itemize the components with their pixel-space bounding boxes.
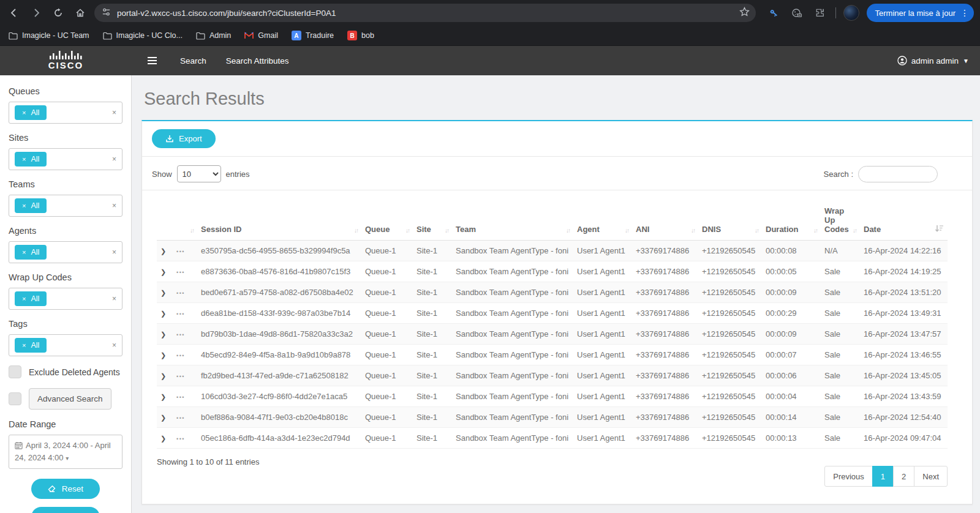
row-actions-icon[interactable]: ••• [176, 394, 185, 400]
extensions-puzzle-icon[interactable] [812, 5, 828, 21]
filter-multiselect[interactable]: ×All× [9, 102, 123, 124]
filter-chip[interactable]: ×All [15, 105, 47, 120]
home-icon[interactable] [72, 5, 88, 21]
sidebar-search-button[interactable]: Search [31, 507, 100, 513]
row-actions-icon[interactable]: ••• [176, 269, 185, 275]
hamburger-menu-icon[interactable] [144, 53, 160, 68]
row-actions-icon[interactable]: ••• [176, 311, 185, 317]
row-actions-icon[interactable]: ••• [176, 353, 185, 359]
expand-row-icon[interactable]: ❯ [160, 331, 166, 338]
password-key-icon[interactable] [766, 5, 782, 21]
exclude-deleted-agents-checkbox[interactable] [9, 365, 21, 378]
column-header-wrap-up-codes[interactable]: Wrap Up Codes↓↑ [821, 203, 860, 241]
sort-desc-icon[interactable] [935, 225, 944, 234]
expand-row-icon[interactable]: ❯ [160, 393, 166, 400]
filter-multiselect[interactable]: ×All× [9, 148, 123, 170]
column-header-duration[interactable]: Duration↓↑ [762, 203, 821, 241]
filter-clear-icon[interactable]: × [112, 294, 116, 303]
filter-multiselect[interactable]: ×All× [9, 288, 123, 310]
export-button[interactable]: Export [152, 129, 216, 148]
reload-icon[interactable] [50, 5, 66, 21]
reset-button[interactable]: Reset [31, 479, 100, 499]
pagination-next-button[interactable]: Next [914, 466, 948, 487]
row-actions-icon[interactable]: ••• [176, 436, 185, 442]
filter-multiselect[interactable]: ×All× [9, 241, 123, 263]
filter-clear-icon[interactable]: × [112, 155, 116, 163]
profile-avatar[interactable] [843, 5, 859, 21]
chip-remove-icon[interactable]: × [22, 249, 26, 256]
bookmark-star-icon[interactable] [739, 7, 750, 20]
filter-clear-icon[interactable]: × [112, 201, 116, 210]
pagination-page-2[interactable]: 2 [893, 466, 914, 487]
filter-clear-icon[interactable]: × [112, 341, 116, 350]
sort-both-icon[interactable]: ↓↑ [625, 227, 628, 234]
chip-remove-icon[interactable]: × [22, 295, 26, 302]
column-header-site[interactable]: Site↓↑ [413, 203, 452, 241]
bookmark-item[interactable]: Imagicle - UC Clo... [103, 31, 183, 40]
filter-multiselect[interactable]: ×All× [9, 334, 123, 356]
expand-row-icon[interactable]: ❯ [160, 414, 166, 421]
bookmark-item[interactable]: ATraduire [292, 31, 334, 40]
column-header-date[interactable]: Date [860, 203, 948, 241]
address-bar[interactable]: portal-v2.wxcc-us1.cisco.com/jbui/search… [94, 4, 756, 22]
advanced-search-button[interactable]: Advanced Search [29, 388, 111, 410]
chip-remove-icon[interactable]: × [22, 155, 26, 163]
row-actions-icon[interactable]: ••• [176, 249, 185, 255]
bookmark-item[interactable]: Bbob [347, 31, 374, 40]
filter-chip[interactable]: ×All [15, 152, 47, 167]
advanced-search-checkbox[interactable] [9, 392, 21, 405]
bookmark-item[interactable]: Gmail [244, 31, 278, 40]
bookmark-item[interactable]: Admin [196, 31, 231, 40]
sort-both-icon[interactable]: ↓↑ [405, 227, 409, 234]
chip-remove-icon[interactable]: × [22, 202, 26, 209]
sort-both-icon[interactable]: ↓↑ [566, 227, 570, 234]
filter-clear-icon[interactable]: × [112, 248, 116, 256]
url-text[interactable]: portal-v2.wxcc-us1.cisco.com/jbui/search… [117, 9, 733, 18]
forward-icon[interactable] [28, 5, 44, 21]
filter-chip[interactable]: ×All [15, 291, 47, 306]
site-settings-icon[interactable] [102, 7, 111, 19]
column-header-controls[interactable]: ↓↑ [157, 203, 197, 241]
row-actions-icon[interactable]: ••• [176, 332, 185, 338]
user-menu[interactable]: admin admin ▼ [897, 56, 969, 66]
filter-chip[interactable]: ×All [15, 198, 47, 213]
column-header-ani[interactable]: ANI↓↑ [632, 203, 698, 241]
page-size-select[interactable]: 10 [177, 165, 221, 182]
expand-row-icon[interactable]: ❯ [160, 289, 166, 296]
back-icon[interactable] [6, 5, 22, 21]
column-header-dnis[interactable]: DNIS↓↑ [698, 203, 762, 241]
nav-item-search[interactable]: Search [180, 56, 206, 66]
row-actions-icon[interactable]: ••• [176, 373, 185, 380]
row-actions-icon[interactable]: ••• [176, 290, 185, 296]
column-header-session-id[interactable]: Session ID↓↑ [197, 203, 361, 241]
date-range-picker[interactable]: April 3, 2024 4:00 - April 24, 2024 4:00… [9, 435, 123, 469]
bookmark-item[interactable]: Imagicle - UC Team [9, 31, 89, 40]
finish-update-button[interactable]: Terminer la mise à jour ⋮ [867, 4, 974, 22]
pagination-page-1[interactable]: 1 [872, 466, 894, 487]
column-header-team[interactable]: Team↓↑ [452, 203, 573, 241]
row-actions-icon[interactable]: ••• [176, 415, 185, 421]
pagination-previous-button[interactable]: Previous [824, 466, 873, 487]
expand-row-icon[interactable]: ❯ [160, 372, 166, 380]
filter-clear-icon[interactable]: × [112, 108, 116, 117]
sort-both-icon[interactable]: ↓↑ [190, 227, 194, 234]
chip-remove-icon[interactable]: × [22, 109, 26, 116]
table-search-input[interactable] [858, 166, 938, 182]
filter-chip[interactable]: ×All [15, 245, 47, 260]
column-header-queue[interactable]: Queue↓↑ [361, 203, 413, 241]
sort-both-icon[interactable]: ↓↑ [853, 227, 856, 234]
expand-row-icon[interactable]: ❯ [160, 435, 166, 442]
expand-row-icon[interactable]: ❯ [160, 310, 166, 317]
sort-both-icon[interactable]: ↓↑ [813, 227, 817, 234]
chip-remove-icon[interactable]: × [22, 342, 26, 349]
column-header-agent[interactable]: Agent↓↑ [573, 203, 632, 241]
expand-row-icon[interactable]: ❯ [160, 351, 166, 359]
nav-item-search-attributes[interactable]: Search Attributes [226, 56, 289, 66]
filter-multiselect[interactable]: ×All× [9, 195, 123, 217]
sort-both-icon[interactable]: ↓↑ [691, 227, 695, 234]
expand-row-icon[interactable]: ❯ [160, 247, 166, 255]
filter-chip[interactable]: ×All [15, 338, 47, 353]
cookie-icon[interactable] [789, 5, 805, 21]
expand-row-icon[interactable]: ❯ [160, 268, 166, 275]
sort-both-icon[interactable]: ↓↑ [755, 227, 758, 234]
